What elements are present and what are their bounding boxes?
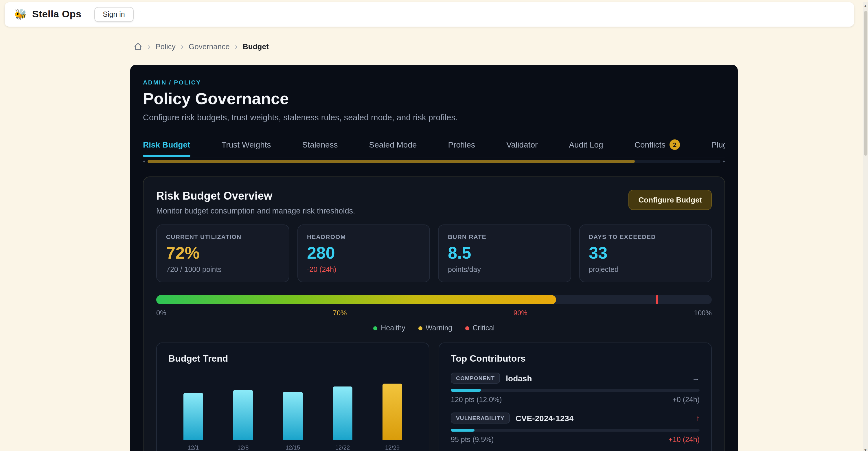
contributor-delta: +10 (24h) — [669, 436, 700, 444]
tab-trust-weights[interactable]: Trust Weights — [221, 134, 271, 157]
tab-sealed-mode[interactable]: Sealed Mode — [369, 134, 417, 157]
stat-value: 280 — [307, 244, 420, 263]
legend-healthy: Healthy — [373, 324, 405, 332]
trend-bar — [382, 384, 402, 440]
stat-card: HEADROOM 280 -20 (24h) — [297, 224, 430, 282]
trend-bar-slot: 12/1 — [183, 379, 203, 451]
tab-scrollbar-track[interactable] — [147, 160, 721, 163]
overview-title: Risk Budget Overview — [156, 190, 355, 202]
sign-in-button[interactable]: Sign in — [94, 7, 133, 22]
utilization-section: 0% 70% 90% 100% Healthy Warning — [156, 295, 712, 332]
contributor-delta: +0 (24h) — [673, 396, 700, 404]
overview-subtitle: Monitor budget consumption and manage ri… — [156, 206, 355, 215]
budget-trend-card: Budget Trend 12/1 12/8 12/15 12/22 12/29 — [156, 343, 429, 451]
risk-budget-overview-card: Risk Budget Overview Monitor budget cons… — [143, 176, 725, 451]
breadcrumb-separator: › — [235, 42, 238, 51]
tab-audit-log[interactable]: Audit Log — [569, 134, 603, 157]
breadcrumb: › Policy › Governance › Budget — [130, 42, 738, 51]
detail-cards-row: Budget Trend 12/1 12/8 12/15 12/22 12/29… — [156, 343, 712, 451]
section-eyebrow: ADMIN / POLICY — [143, 79, 725, 86]
stat-label: DAYS TO EXCEEDED — [589, 233, 702, 240]
legend-warning: Warning — [418, 324, 452, 332]
trend-bar — [283, 392, 303, 440]
contributor-name: CVE-2024-1234 — [516, 413, 574, 423]
scale-label-90: 90% — [514, 309, 527, 317]
tab-risk-budget[interactable]: Risk Budget — [143, 134, 190, 157]
trend-bar-label: 12/15 — [286, 444, 300, 451]
trend-icon: ↑ — [696, 414, 700, 422]
app-header: 🐝 Stella Ops Sign in — [5, 2, 854, 27]
breadcrumb-policy[interactable]: Policy — [155, 42, 175, 51]
scale-label-0: 0% — [156, 309, 166, 317]
scale-label-70: 70% — [333, 309, 347, 317]
scroll-left-icon[interactable]: ◂ — [143, 159, 145, 164]
stat-value: 33 — [589, 244, 702, 263]
tab-validator[interactable]: Validator — [506, 134, 537, 157]
contributors-list: COMPONENT lodash → 120 pts (12.0%) +0 (2… — [451, 373, 700, 451]
top-contributors-card: Top Contributors COMPONENT lodash → 120 … — [439, 343, 712, 451]
stat-sub: projected — [589, 265, 702, 274]
healthy-dot-icon — [373, 326, 377, 330]
tab-profiles[interactable]: Profiles — [448, 134, 475, 157]
tab-bar: Risk Budget Trust Weights Staleness Seal… — [143, 134, 725, 157]
critical-dot-icon — [465, 326, 469, 330]
breadcrumb-separator: › — [181, 42, 183, 51]
vertical-scrollbar[interactable]: ▲ ▼ — [863, 2, 868, 451]
policy-governance-panel: ADMIN / POLICY Policy Governance Configu… — [130, 65, 738, 451]
contributor-row[interactable]: VULNERABILITY CVE-2024-1234 ↑ 95 pts (9.… — [451, 413, 700, 444]
overview-card-header: Risk Budget Overview Monitor budget cons… — [156, 190, 712, 215]
viewport: 🐝 Stella Ops Sign in › Policy › Governan… — [0, 2, 868, 451]
home-icon[interactable] — [134, 42, 142, 51]
contribution-bar — [451, 429, 700, 431]
scroll-up-icon[interactable]: ▲ — [864, 4, 867, 7]
stat-label: BURN RATE — [448, 233, 561, 240]
trend-bar-label: 12/22 — [335, 444, 350, 451]
stat-sub: 720 / 1000 points — [166, 265, 279, 274]
trend-bar-label: 12/29 — [385, 444, 400, 451]
top-contributors-title: Top Contributors — [451, 354, 700, 364]
warning-dot-icon — [418, 326, 422, 330]
page-subtitle: Configure risk budgets, trust weights, s… — [143, 113, 725, 122]
contribution-bar — [451, 389, 700, 392]
bee-logo-icon: 🐝 — [14, 9, 27, 20]
contributor-points: 120 pts (12.0%) — [451, 396, 502, 404]
utilization-scale: 0% 70% 90% 100% — [156, 309, 712, 317]
stats-grid: CURRENT UTILIZATION 72% 720 / 1000 point… — [156, 224, 712, 282]
conflicts-count-badge: 2 — [670, 139, 680, 150]
stat-value: 8.5 — [448, 244, 561, 263]
stat-card: BURN RATE 8.5 points/day — [438, 224, 571, 282]
utilization-track — [156, 295, 712, 304]
stat-value: 72% — [166, 244, 279, 263]
trend-bar — [233, 390, 253, 440]
tab-scrollbar-thumb[interactable] — [147, 160, 635, 163]
trend-bar-label: 12/1 — [188, 444, 199, 451]
tab-plugins[interactable]: Plugins — [711, 134, 725, 157]
scroll-down-icon[interactable]: ▼ — [864, 448, 867, 451]
scale-label-100: 100% — [694, 309, 712, 317]
critical-marker — [656, 295, 658, 304]
stat-label: CURRENT UTILIZATION — [166, 233, 279, 240]
tab-staleness[interactable]: Staleness — [302, 134, 338, 157]
stat-card: CURRENT UTILIZATION 72% 720 / 1000 point… — [156, 224, 289, 282]
contributor-name: lodash — [506, 374, 532, 383]
tab-scrollbar: ◂ ▸ — [143, 158, 725, 165]
type-badge: VULNERABILITY — [451, 413, 510, 423]
trend-bar — [333, 386, 352, 440]
budget-trend-title: Budget Trend — [168, 354, 417, 364]
contribution-bar-fill — [451, 429, 474, 431]
configure-budget-button[interactable]: Configure Budget — [628, 190, 712, 210]
tab-conflicts[interactable]: Conflicts 2 — [634, 134, 680, 157]
trend-bar-slot: 12/29 — [382, 379, 402, 451]
contributor-points: 95 pts (9.5%) — [451, 436, 494, 444]
breadcrumb-budget: Budget — [243, 42, 269, 51]
page-title: Policy Governance — [143, 90, 725, 108]
trend-icon: → — [692, 374, 700, 382]
brand-title: Stella Ops — [32, 9, 81, 20]
legend-critical: Critical — [465, 324, 494, 332]
scroll-right-icon[interactable]: ▸ — [723, 159, 725, 164]
status-legend: Healthy Warning Critical — [156, 324, 712, 332]
vertical-scrollbar-thumb[interactable] — [864, 11, 867, 156]
contributor-row[interactable]: COMPONENT lodash → 120 pts (12.0%) +0 (2… — [451, 373, 700, 404]
type-badge: COMPONENT — [451, 373, 500, 384]
breadcrumb-governance[interactable]: Governance — [189, 42, 230, 51]
